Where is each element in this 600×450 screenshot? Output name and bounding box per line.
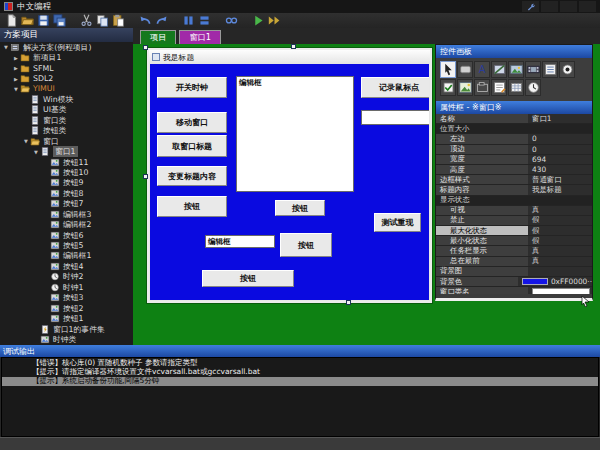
property-edit-field[interactable] xyxy=(532,288,590,294)
property-value[interactable]: 0 xyxy=(528,134,592,143)
selection-handle-left-center[interactable] xyxy=(143,174,148,179)
property-row-位置大小[interactable]: 位置大小 xyxy=(436,124,592,134)
tree-item-窗口类[interactable]: 窗口类 xyxy=(0,115,133,125)
save-icon[interactable] xyxy=(37,14,52,27)
tree-item-编辑框2[interactable]: 编辑框2 xyxy=(0,219,133,229)
property-row-最大化状态[interactable]: 最大化状态假 xyxy=(436,226,592,236)
tree-item-按钮9[interactable]: 按钮9 xyxy=(0,178,133,188)
tree-item-窗口1[interactable]: ▼窗口1 xyxy=(0,146,133,156)
property-row-边框样式[interactable]: 边框样式普通窗口 xyxy=(436,175,592,185)
cut-icon[interactable] xyxy=(80,14,95,27)
button-变更标题内容-3[interactable]: 变更标题内容 xyxy=(157,166,227,186)
property-value[interactable]: 0xFF0000·· xyxy=(518,277,592,286)
tree-item-时钟2[interactable]: 时钟2 xyxy=(0,272,133,282)
palette-radio-icon[interactable] xyxy=(559,61,575,78)
minimize-button[interactable] xyxy=(541,1,558,12)
tree-item-按钮10[interactable]: 按钮10 xyxy=(0,167,133,177)
palette-cursor-icon[interactable] xyxy=(440,61,456,78)
expand-arrow-icon[interactable]: ▼ xyxy=(22,138,30,144)
tree-item-按钮8[interactable]: 按钮8 xyxy=(0,188,133,198)
property-row-显示状态[interactable]: 显示状态 xyxy=(436,196,592,206)
maximize-button[interactable] xyxy=(560,1,577,12)
property-row-窗口类名[interactable]: 窗口类名 xyxy=(436,287,592,294)
tree-item-Win模块[interactable]: Win模块 xyxy=(0,94,133,104)
edit-编辑框-10[interactable]: 编辑框 xyxy=(205,235,275,248)
expand-arrow-icon[interactable]: ▼ xyxy=(12,86,20,92)
property-value[interactable]: 窗口1 xyxy=(528,114,592,123)
close-button[interactable] xyxy=(579,1,596,12)
edit-blank-7[interactable] xyxy=(361,110,429,125)
tree-item-窗口[interactable]: ▼窗口 xyxy=(0,136,133,146)
button-按钮-11[interactable]: 按钮 xyxy=(280,233,332,257)
tools-icon[interactable] xyxy=(522,1,539,12)
form-designer-surface[interactable]: 我是标题 开关时钟移动窗口取窗口标题变更标题内容按钮编辑框记录鼠标点按钮测试重现… xyxy=(133,44,600,345)
open-folder-icon[interactable] xyxy=(21,14,36,27)
tree-item-SDL2[interactable]: ▶SDL2 xyxy=(0,73,133,83)
edit-编辑框-5[interactable]: 编辑框 xyxy=(236,76,354,192)
tree-item-按钮11[interactable]: 按钮11 xyxy=(0,157,133,167)
property-row-总在最前[interactable]: 总在最前真 xyxy=(436,257,592,267)
property-value[interactable]: 普通窗口 xyxy=(528,175,592,184)
find-icon[interactable] xyxy=(225,14,240,27)
palette-label-icon[interactable]: A xyxy=(474,61,490,78)
property-row-左边[interactable]: 左边0 xyxy=(436,134,592,144)
property-row-背景色[interactable]: 背景色0xFF0000·· xyxy=(436,277,592,287)
property-value[interactable]: 430 xyxy=(528,165,592,174)
property-row-宽度[interactable]: 宽度694 xyxy=(436,155,592,165)
property-value[interactable]: 假 xyxy=(528,216,592,225)
property-value[interactable] xyxy=(528,287,592,294)
tree-item-按钮7[interactable]: 按钮7 xyxy=(0,199,133,209)
expand-arrow-icon[interactable]: ▼ xyxy=(32,149,40,155)
collapse-arrow-icon[interactable]: ▶ xyxy=(12,76,20,82)
property-row-顶边[interactable]: 顶边0 xyxy=(436,145,592,155)
debug-line[interactable]: 【提示】请指定编译器环境设置文件vcvarsall.bat或gccvarsall… xyxy=(2,367,598,376)
copy-icon[interactable] xyxy=(96,14,111,27)
palette-grid-icon[interactable] xyxy=(508,79,524,96)
selection-handle-bottom-center[interactable] xyxy=(346,300,351,305)
palette-richedit-icon[interactable] xyxy=(491,79,507,96)
palette-button-icon[interactable] xyxy=(457,61,473,78)
tree-item-编辑框3[interactable]: 编辑框3 xyxy=(0,209,133,219)
tab-窗口1[interactable]: 窗口1 xyxy=(179,30,221,44)
tree-item-窗口1的事件集[interactable]: 窗口1的事件集 xyxy=(0,324,133,334)
paste-icon[interactable] xyxy=(112,14,127,27)
tree-item-YIMUI[interactable]: ▼YIMUI xyxy=(0,84,133,94)
tree-item-时钟1[interactable]: 时钟1 xyxy=(0,282,133,292)
button-按钮-8[interactable]: 按钮 xyxy=(275,200,325,216)
palette-image-icon[interactable] xyxy=(457,79,473,96)
redo-icon[interactable] xyxy=(155,14,170,27)
tab-项目[interactable]: 项目 xyxy=(140,30,176,44)
tree-item-UI基类[interactable]: UI基类 xyxy=(0,105,133,115)
property-value[interactable]: 694 xyxy=(528,155,592,164)
button-测试重现-9[interactable]: 测试重现 xyxy=(374,213,421,232)
save-all-icon[interactable] xyxy=(53,14,68,27)
designed-form[interactable]: 我是标题 开关时钟移动窗口取窗口标题变更标题内容按钮编辑框记录鼠标点按钮测试重现… xyxy=(147,48,432,303)
tree-item-按钮5[interactable]: 按钮5 xyxy=(0,240,133,250)
palette-checkbox-icon[interactable] xyxy=(440,79,456,96)
tree-item-按钮4[interactable]: 按钮4 xyxy=(0,261,133,271)
property-value[interactable]: 真 xyxy=(528,206,592,215)
property-row-禁止[interactable]: 禁止假 xyxy=(436,216,592,226)
split-horizontal-icon[interactable] xyxy=(198,14,213,27)
undo-icon[interactable] xyxy=(139,14,154,27)
tree-item-时钟类[interactable]: 时钟类 xyxy=(0,334,133,344)
palette-media-icon[interactable] xyxy=(525,61,541,78)
button-开关时钟-0[interactable]: 开关时钟 xyxy=(157,77,227,98)
debug-output-header[interactable]: 调试输出 xyxy=(0,345,600,357)
property-value[interactable]: 假 xyxy=(528,226,592,235)
palette-picture-icon[interactable] xyxy=(508,61,524,78)
button-按钮-12[interactable]: 按钮 xyxy=(202,270,294,287)
property-row-名称[interactable]: 名称窗口1 xyxy=(436,114,592,124)
property-value[interactable] xyxy=(528,267,592,276)
tree-item-按钮6[interactable]: 按钮6 xyxy=(0,230,133,240)
tree-item-按钮2[interactable]: 按钮2 xyxy=(0,303,133,313)
collapse-arrow-icon[interactable]: ▶ xyxy=(12,55,20,61)
designed-form-client[interactable]: 开关时钟移动窗口取窗口标题变更标题内容按钮编辑框记录鼠标点按钮测试重现编辑框按钮… xyxy=(150,64,429,300)
selection-handle-top-center[interactable] xyxy=(291,44,296,49)
property-value[interactable]: 真 xyxy=(528,257,592,266)
property-value[interactable]: 我是标题 xyxy=(528,185,592,194)
button-记录鼠标点-6[interactable]: 记录鼠标点 xyxy=(361,77,429,98)
tree-item-解决方案(例程项目)[interactable]: ▼解决方案(例程项目) xyxy=(0,42,133,52)
palette-shape-icon[interactable] xyxy=(491,61,507,78)
run-fast-icon[interactable] xyxy=(268,14,283,27)
